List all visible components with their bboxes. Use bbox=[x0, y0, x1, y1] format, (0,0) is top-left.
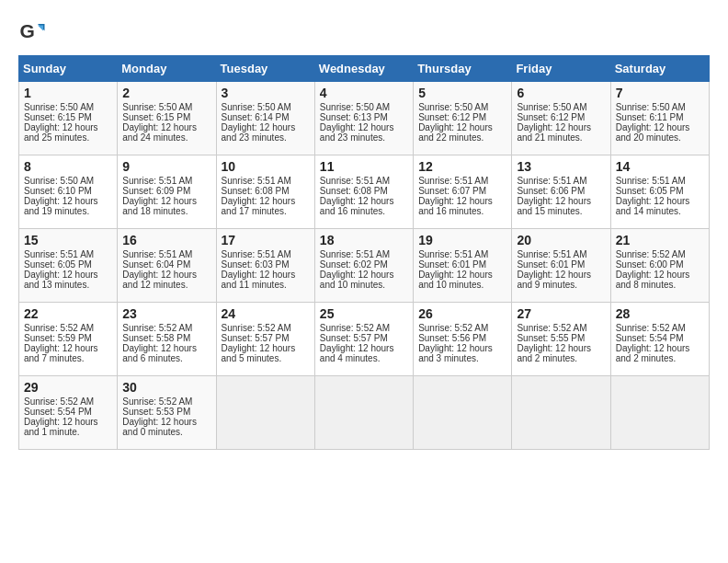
sunset-text: Sunset: 5:58 PM bbox=[122, 333, 190, 343]
sunrise-text: Sunrise: 5:51 AM bbox=[320, 249, 390, 259]
sunrise-text: Sunrise: 5:51 AM bbox=[616, 176, 686, 186]
sunrise-text: Sunrise: 5:50 AM bbox=[320, 102, 390, 112]
col-wednesday: Wednesday bbox=[314, 56, 413, 82]
calendar-week-3: 15 Sunrise: 5:51 AM Sunset: 6:05 PM Dayl… bbox=[19, 229, 710, 303]
calendar-cell: 27 Sunrise: 5:52 AM Sunset: 5:55 PM Dayl… bbox=[512, 303, 610, 376]
daylight-text: Daylight: 12 hours and 9 minutes. bbox=[517, 270, 591, 290]
day-number: 12 bbox=[418, 159, 506, 174]
daylight-text: Daylight: 12 hours and 22 minutes. bbox=[418, 122, 493, 143]
sunset-text: Sunset: 6:01 PM bbox=[517, 259, 585, 270]
calendar-cell: 5 Sunrise: 5:50 AM Sunset: 6:12 PM Dayli… bbox=[414, 82, 512, 155]
calendar-cell: 11 Sunrise: 5:51 AM Sunset: 6:08 PM Dayl… bbox=[314, 155, 413, 229]
sunset-text: Sunset: 6:08 PM bbox=[320, 186, 388, 196]
day-number: 20 bbox=[517, 233, 605, 247]
calendar-week-5: 29 Sunrise: 5:52 AM Sunset: 5:54 PM Dayl… bbox=[19, 376, 710, 450]
sunrise-text: Sunrise: 5:51 AM bbox=[320, 176, 390, 186]
calendar-body: 1 Sunrise: 5:50 AM Sunset: 6:15 PM Dayli… bbox=[19, 82, 710, 450]
daylight-text: Daylight: 12 hours and 23 minutes. bbox=[222, 122, 296, 143]
sunrise-text: Sunrise: 5:50 AM bbox=[122, 102, 192, 112]
calendar-cell: 15 Sunrise: 5:51 AM Sunset: 6:05 PM Dayl… bbox=[19, 229, 118, 303]
daylight-text: Daylight: 12 hours and 1 minute. bbox=[24, 417, 98, 437]
daylight-text: Daylight: 12 hours and 0 minutes. bbox=[122, 417, 197, 437]
sunset-text: Sunset: 6:05 PM bbox=[616, 186, 684, 196]
col-sunday: Sunday bbox=[19, 56, 118, 82]
sunset-text: Sunset: 6:09 PM bbox=[122, 186, 190, 196]
sunset-text: Sunset: 6:07 PM bbox=[418, 186, 486, 196]
calendar-cell: 2 Sunrise: 5:50 AM Sunset: 6:15 PM Dayli… bbox=[118, 82, 216, 155]
daylight-text: Daylight: 12 hours and 12 minutes. bbox=[122, 270, 197, 290]
sunrise-text: Sunrise: 5:52 AM bbox=[517, 323, 586, 333]
day-number: 15 bbox=[24, 233, 112, 247]
sunrise-text: Sunrise: 5:50 AM bbox=[24, 176, 94, 186]
day-number: 28 bbox=[616, 306, 704, 321]
day-number: 4 bbox=[320, 86, 408, 100]
calendar-cell: 25 Sunrise: 5:52 AM Sunset: 5:57 PM Dayl… bbox=[314, 303, 413, 376]
sunset-text: Sunset: 5:53 PM bbox=[122, 407, 190, 417]
day-number: 23 bbox=[122, 306, 210, 321]
daylight-text: Daylight: 12 hours and 6 minutes. bbox=[122, 343, 197, 363]
calendar-table: Sunday Monday Tuesday Wednesday Thursday… bbox=[18, 55, 710, 450]
daylight-text: Daylight: 12 hours and 19 minutes. bbox=[24, 196, 98, 216]
day-number: 9 bbox=[122, 159, 210, 174]
col-saturday: Saturday bbox=[610, 56, 709, 82]
sunrise-text: Sunrise: 5:52 AM bbox=[122, 323, 192, 333]
day-number: 16 bbox=[122, 233, 210, 247]
daylight-text: Daylight: 12 hours and 10 minutes. bbox=[418, 270, 493, 290]
day-number: 22 bbox=[24, 306, 112, 321]
daylight-text: Daylight: 12 hours and 2 minutes. bbox=[616, 343, 690, 363]
day-number: 14 bbox=[616, 159, 704, 174]
svg-text:G: G bbox=[20, 20, 35, 41]
day-number: 1 bbox=[24, 86, 112, 100]
daylight-text: Daylight: 12 hours and 10 minutes. bbox=[320, 270, 394, 290]
calendar-cell bbox=[512, 376, 610, 450]
day-number: 24 bbox=[222, 306, 310, 321]
sunset-text: Sunset: 5:59 PM bbox=[24, 333, 92, 343]
calendar-cell: 13 Sunrise: 5:51 AM Sunset: 6:06 PM Dayl… bbox=[512, 155, 610, 229]
calendar-cell: 4 Sunrise: 5:50 AM Sunset: 6:13 PM Dayli… bbox=[314, 82, 413, 155]
sunset-text: Sunset: 6:05 PM bbox=[24, 259, 92, 270]
sunset-text: Sunset: 5:57 PM bbox=[222, 333, 290, 343]
calendar-week-1: 1 Sunrise: 5:50 AM Sunset: 6:15 PM Dayli… bbox=[19, 82, 710, 155]
calendar-cell: 18 Sunrise: 5:51 AM Sunset: 6:02 PM Dayl… bbox=[314, 229, 413, 303]
header-row: Sunday Monday Tuesday Wednesday Thursday… bbox=[19, 56, 710, 82]
calendar-cell: 21 Sunrise: 5:52 AM Sunset: 6:00 PM Dayl… bbox=[610, 229, 709, 303]
sunset-text: Sunset: 6:15 PM bbox=[122, 112, 190, 122]
calendar-cell: 23 Sunrise: 5:52 AM Sunset: 5:58 PM Dayl… bbox=[118, 303, 216, 376]
sunrise-text: Sunrise: 5:50 AM bbox=[222, 102, 291, 112]
calendar-cell: 6 Sunrise: 5:50 AM Sunset: 6:12 PM Dayli… bbox=[512, 82, 610, 155]
sunset-text: Sunset: 6:02 PM bbox=[320, 259, 388, 270]
calendar-cell: 12 Sunrise: 5:51 AM Sunset: 6:07 PM Dayl… bbox=[414, 155, 512, 229]
daylight-text: Daylight: 12 hours and 8 minutes. bbox=[616, 270, 690, 290]
daylight-text: Daylight: 12 hours and 11 minutes. bbox=[222, 270, 296, 290]
logo: G bbox=[18, 18, 50, 46]
day-number: 25 bbox=[320, 306, 408, 321]
page-header: G bbox=[18, 18, 710, 46]
day-number: 10 bbox=[222, 159, 310, 174]
sunrise-text: Sunrise: 5:50 AM bbox=[418, 102, 488, 112]
sunset-text: Sunset: 6:12 PM bbox=[517, 112, 585, 122]
sunrise-text: Sunrise: 5:51 AM bbox=[222, 249, 291, 259]
col-thursday: Thursday bbox=[414, 56, 512, 82]
sunrise-text: Sunrise: 5:51 AM bbox=[122, 249, 192, 259]
calendar-cell bbox=[216, 376, 314, 450]
sunrise-text: Sunrise: 5:52 AM bbox=[616, 323, 686, 333]
sunrise-text: Sunrise: 5:51 AM bbox=[222, 176, 291, 186]
sunrise-text: Sunrise: 5:50 AM bbox=[616, 102, 686, 112]
day-number: 19 bbox=[418, 233, 506, 247]
sunrise-text: Sunrise: 5:51 AM bbox=[418, 249, 488, 259]
calendar-cell: 29 Sunrise: 5:52 AM Sunset: 5:54 PM Dayl… bbox=[19, 376, 118, 450]
daylight-text: Daylight: 12 hours and 20 minutes. bbox=[616, 122, 690, 143]
calendar-week-2: 8 Sunrise: 5:50 AM Sunset: 6:10 PM Dayli… bbox=[19, 155, 710, 229]
calendar-cell: 9 Sunrise: 5:51 AM Sunset: 6:09 PM Dayli… bbox=[118, 155, 216, 229]
sunrise-text: Sunrise: 5:52 AM bbox=[616, 249, 686, 259]
sunset-text: Sunset: 6:01 PM bbox=[418, 259, 486, 270]
sunrise-text: Sunrise: 5:52 AM bbox=[418, 323, 488, 333]
sunset-text: Sunset: 5:57 PM bbox=[320, 333, 388, 343]
sunrise-text: Sunrise: 5:51 AM bbox=[24, 249, 94, 259]
calendar-cell: 14 Sunrise: 5:51 AM Sunset: 6:05 PM Dayl… bbox=[610, 155, 709, 229]
calendar-week-4: 22 Sunrise: 5:52 AM Sunset: 5:59 PM Dayl… bbox=[19, 303, 710, 376]
sunset-text: Sunset: 5:56 PM bbox=[418, 333, 486, 343]
calendar-cell: 17 Sunrise: 5:51 AM Sunset: 6:03 PM Dayl… bbox=[216, 229, 314, 303]
day-number: 29 bbox=[24, 380, 112, 395]
day-number: 21 bbox=[616, 233, 704, 247]
